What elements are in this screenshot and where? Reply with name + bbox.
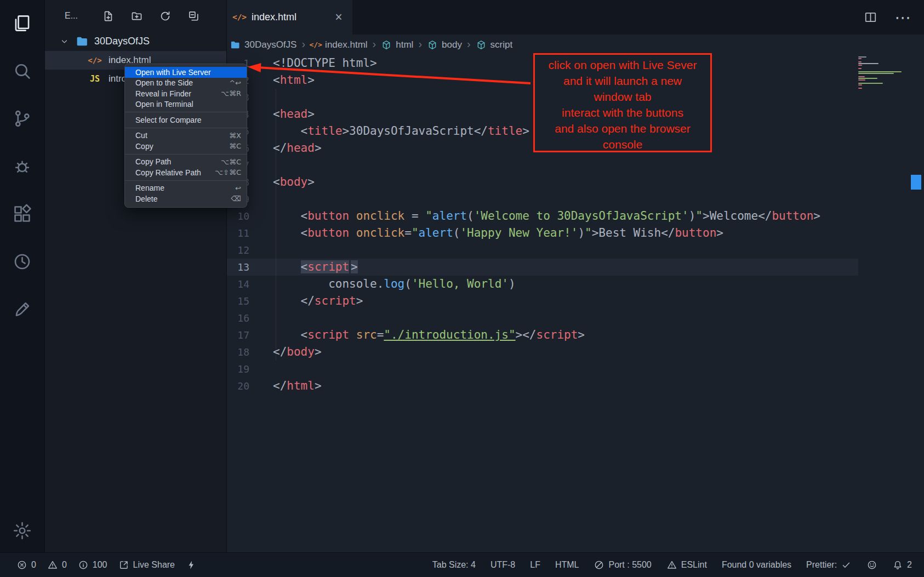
code-text: <body> — [258, 174, 315, 191]
minimap-line — [858, 60, 909, 61]
menu-item-copy[interactable]: Copy⌘C — [125, 141, 247, 152]
status-live-share[interactable]: Live Share — [118, 559, 175, 570]
warning-icon — [47, 559, 58, 570]
code-line-13[interactable]: 13 <script> — [227, 259, 861, 276]
code-text — [258, 157, 273, 174]
activity-clock-button[interactable] — [12, 252, 33, 272]
code-text: console.log('Hello, World') — [258, 276, 516, 293]
code-text: <button onclick = "alert('Welcome to 30D… — [258, 208, 820, 225]
activity-search-button[interactable] — [12, 61, 33, 82]
code-line-20[interactable]: 20</html> — [227, 378, 861, 395]
minimap-line — [858, 73, 894, 74]
code-line-19[interactable]: 19 — [227, 361, 861, 378]
status-warnings[interactable]: 0 — [47, 559, 67, 570]
minimap-line — [858, 65, 862, 66]
code-line-12[interactable]: 12 — [227, 242, 861, 259]
code-line-15[interactable]: 15 </script> — [227, 293, 861, 310]
code-line-10[interactable]: 10 <button onclick = "alert('Welcome to … — [227, 208, 861, 225]
breadcrumb-item-html[interactable]: html — [381, 39, 413, 50]
status-eslint[interactable]: ESLint — [666, 559, 707, 570]
minimap-line — [858, 75, 909, 76]
refresh-explorer-button[interactable] — [159, 10, 172, 22]
code-line-8[interactable]: 8<body> — [227, 174, 861, 191]
menu-item-rename[interactable]: Rename↩ — [125, 183, 247, 194]
status-encoding[interactable]: UTF-8 — [490, 560, 515, 570]
new-file-button[interactable] — [102, 10, 115, 22]
code-text: <!DOCTYPE html> — [258, 55, 377, 72]
code-line-11[interactable]: 11 <button onclick="alert('Happy New Yea… — [227, 225, 861, 242]
breadcrumb: 30DaysOfJS›</>index.html›html›body›scrip… — [227, 35, 924, 55]
minimap-line — [858, 81, 909, 82]
menu-item-open-with-live-server[interactable]: Open with Live Server — [125, 67, 247, 78]
new-folder-button[interactable] — [130, 10, 143, 22]
tab-index.html[interactable]: </>index.html× — [227, 0, 352, 35]
menu-item-copy-path[interactable]: Copy Path⌥⌘C — [125, 157, 247, 168]
folder-icon — [75, 35, 89, 48]
line-number: 17 — [227, 327, 258, 344]
activity-settings-button[interactable] — [12, 521, 33, 541]
menu-separator — [125, 180, 247, 181]
code-line-9[interactable]: 9 — [227, 191, 861, 208]
activity-feedback-button[interactable] — [12, 299, 33, 320]
menu-item-open-in-terminal[interactable]: Open in Terminal — [125, 99, 247, 110]
menu-item-reveal-in-finder[interactable]: Reveal in Finder⌥⌘R — [125, 88, 247, 99]
status-variables[interactable]: Found 0 variables — [722, 560, 791, 570]
status-feedback-smiley[interactable] — [866, 559, 877, 570]
status-language-mode[interactable]: HTML — [555, 560, 579, 570]
code-line-14[interactable]: 14 console.log('Hello, World') — [227, 276, 861, 293]
annotation-line: and it will launch a new — [535, 73, 710, 89]
menu-item-delete[interactable]: Delete⌫ — [125, 193, 247, 204]
menu-item-copy-relative-path[interactable]: Copy Relative Path⌥⇧⌘C — [125, 167, 247, 178]
breadcrumb-item-index.html[interactable]: </>index.html — [310, 39, 367, 50]
status-notifications[interactable]: 2 — [892, 559, 912, 570]
code-text: <button onclick="alert('Happy New Year!'… — [258, 225, 723, 242]
line-number: 20 — [227, 378, 258, 395]
code-text: <script> — [258, 259, 358, 276]
status-errors[interactable]: 0 — [16, 559, 36, 570]
activity-explorer-button[interactable] — [12, 13, 33, 34]
info-icon — [78, 559, 89, 570]
minimap-line — [858, 70, 909, 71]
activity-run-debug-button[interactable] — [12, 156, 33, 177]
context-menu: Open with Live ServerOpen to the Side^↩R… — [124, 64, 247, 208]
annotation-box: click on open with Live Severand it will… — [533, 53, 712, 152]
minimap-line — [858, 83, 883, 84]
explorer-header: E... — [45, 0, 226, 32]
menu-item-cut[interactable]: Cut⌘X — [125, 130, 247, 141]
breadcrumb-item-30DaysOfJS[interactable]: 30DaysOfJS — [230, 39, 296, 50]
code-line-17[interactable]: 17 <script src="./introduction.js"></scr… — [227, 327, 861, 344]
minimap-line — [858, 76, 865, 77]
debug-icon — [12, 156, 32, 176]
smiley-icon — [866, 559, 877, 570]
folder-row-root[interactable]: 30DaysOfJS — [45, 32, 226, 51]
breadcrumb-item-body[interactable]: body — [427, 39, 462, 50]
more-actions-button[interactable]: ⋯ — [896, 10, 910, 24]
pen-icon — [12, 299, 32, 319]
menu-item-open-to-the-side[interactable]: Open to the Side^↩ — [125, 78, 247, 89]
code-line-16[interactable]: 16 — [227, 310, 861, 327]
split-editor-button[interactable] — [864, 10, 877, 24]
code-text — [258, 310, 273, 327]
code-line-18[interactable]: 18</body> — [227, 344, 861, 361]
status-tab-size[interactable]: Tab Size: 4 — [432, 560, 476, 570]
activity-extensions-button[interactable] — [12, 204, 33, 225]
status-info-count[interactable]: 100 — [78, 559, 107, 570]
code-line-7[interactable]: 7 — [227, 157, 861, 174]
vscode-window: E... 30DaysOfJS </>index.htmlJSintroduct… — [0, 0, 924, 577]
status-eol[interactable]: LF — [530, 560, 540, 570]
breadcrumb-item-script[interactable]: script — [476, 39, 513, 50]
tab-close-icon[interactable]: × — [333, 11, 345, 24]
menu-item-select-for-compare[interactable]: Select for Compare — [125, 115, 247, 125]
activity-source-control-button[interactable] — [12, 108, 33, 129]
collapse-folders-button[interactable] — [187, 10, 200, 22]
status-prettier[interactable]: Prettier: — [806, 559, 852, 570]
explorer-title: E... — [65, 11, 78, 21]
line-number: 18 — [227, 344, 258, 361]
minimap[interactable] — [858, 55, 909, 552]
status-live-server-port[interactable]: Port : 5500 — [594, 559, 651, 570]
status-quick-action[interactable] — [186, 559, 197, 570]
code-text — [258, 242, 273, 259]
line-number: 11 — [227, 225, 258, 242]
error-icon — [16, 559, 27, 570]
breadcrumb-separator: › — [373, 38, 377, 52]
